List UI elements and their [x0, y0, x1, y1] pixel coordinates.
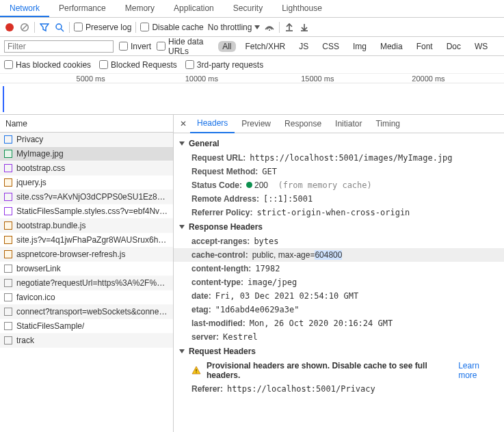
close-detail-icon[interactable]: ✕ [176, 119, 190, 129]
tab-application[interactable]: Application [164, 0, 224, 17]
clear-icon[interactable] [19, 22, 30, 33]
section-response-headers[interactable]: Response Headers [174, 219, 504, 234]
type-font[interactable]: Font [412, 41, 437, 52]
section-general[interactable]: General [174, 136, 504, 151]
tab-security[interactable]: Security [224, 0, 272, 17]
throttling-select[interactable]: No throttling [208, 23, 261, 32]
request-row[interactable]: connect?transport=webSockets&conne… [0, 305, 173, 319]
label-accept-ranges: accept-ranges: [191, 237, 250, 246]
request-row[interactable]: bootstrap.bundle.js [0, 219, 173, 233]
css-file-icon [4, 207, 12, 215]
status-ok-icon [246, 182, 252, 188]
request-row[interactable]: favicon.ico [0, 291, 173, 305]
svg-rect-9 [196, 369, 196, 372]
type-js[interactable]: JS [295, 41, 313, 52]
detail-tab-initiator[interactable]: Initiator [328, 115, 369, 133]
filter-input[interactable] [4, 40, 114, 53]
tab-lighthouse[interactable]: Lighthouse [272, 0, 332, 17]
value-referer: https://localhost:5001/Privacy [227, 384, 375, 394]
export-har-icon[interactable] [299, 22, 310, 33]
label-referrer-policy: Referrer Policy: [191, 208, 252, 217]
other-file-icon [4, 265, 12, 273]
detail-body: General Request URL:https://localhost:50… [174, 133, 504, 432]
svg-line-3 [61, 29, 64, 31]
timeline-tick: 5000 ms [77, 75, 105, 83]
js-file-icon [4, 236, 12, 244]
filter-icon[interactable] [39, 22, 50, 33]
other-file-icon [4, 336, 12, 345]
value-last-modified: Mon, 26 Oct 2020 20:16:24 GMT [250, 319, 393, 328]
type-filter-group: All Fetch/XHR JS CSS Img Media Font Doc … [218, 41, 500, 52]
label-referer: Referer: [191, 384, 223, 394]
request-name: bootstrap.bundle.js [16, 221, 85, 230]
svg-rect-10 [196, 373, 196, 373]
type-media[interactable]: Media [376, 41, 407, 52]
type-css[interactable]: CSS [318, 41, 343, 52]
request-name: MyImage.jpg [16, 149, 64, 159]
learn-more-link[interactable]: Learn more [458, 361, 499, 380]
invert-checkbox[interactable]: Invert [119, 42, 151, 51]
request-row[interactable]: MyImage.jpg [0, 147, 173, 161]
js-file-icon [4, 250, 12, 258]
request-row[interactable]: StaticFilesSample.styles.css?v=ebf4NvV… [0, 204, 173, 219]
tab-network[interactable]: Network [0, 0, 49, 17]
js-file-icon [4, 178, 12, 187]
column-header-name[interactable]: Name [0, 115, 173, 133]
detail-tab-response[interactable]: Response [278, 115, 328, 133]
type-img[interactable]: Img [349, 41, 371, 52]
label-remote-address: Remote Address: [191, 194, 259, 204]
other-file-icon [4, 322, 12, 330]
request-row[interactable]: aspnetcore-browser-refresh.js [0, 247, 173, 262]
blocked-requests-checkbox[interactable]: Blocked Requests [99, 60, 177, 70]
css-file-icon [4, 164, 12, 172]
css-file-icon [4, 193, 12, 201]
request-row[interactable]: StaticFilesSample/ [0, 319, 173, 334]
type-doc[interactable]: Doc [442, 41, 465, 52]
request-row[interactable]: site.css?v=AKvNjO3dCPPS0eSU1Ez8T2… [0, 190, 173, 204]
record-button[interactable] [4, 22, 15, 33]
tab-memory[interactable]: Memory [116, 0, 164, 17]
request-detail-panel: ✕ Headers Preview Response Initiator Tim… [174, 115, 504, 432]
request-row[interactable]: negotiate?requestUrl=https%3A%2F%2… [0, 276, 173, 291]
network-timeline[interactable]: 5000 ms 10000 ms 15000 ms 20000 ms [0, 74, 504, 115]
request-row[interactable]: Privacy [0, 133, 173, 147]
third-party-checkbox[interactable]: 3rd-party requests [185, 60, 263, 70]
value-status-code: 200 (from memory cache) [246, 180, 372, 190]
type-ws[interactable]: WS [470, 41, 492, 52]
disable-cache-checkbox[interactable]: Disable cache [140, 23, 203, 32]
import-har-icon[interactable] [284, 22, 295, 33]
other-file-icon [4, 279, 12, 287]
label-cache-control: cache-control: [191, 250, 248, 260]
detail-tab-preview[interactable]: Preview [235, 115, 278, 133]
request-row[interactable]: site.js?v=4q1jwFhaPaZgr8WAUSrux6hA… [0, 233, 173, 247]
request-row[interactable]: bootstrap.css [0, 161, 173, 176]
request-name: connect?transport=webSockets&conne… [16, 307, 167, 316]
request-name: browserLink [16, 264, 61, 273]
request-row[interactable]: browserLink [0, 262, 173, 276]
request-row[interactable]: jquery.js [0, 176, 173, 190]
value-content-length: 17982 [255, 264, 280, 273]
request-row[interactable]: track [0, 334, 173, 348]
type-fetchxhr[interactable]: Fetch/XHR [241, 41, 290, 52]
section-request-headers[interactable]: Request Headers [174, 344, 504, 359]
svg-line-1 [23, 25, 27, 29]
search-icon[interactable] [54, 22, 65, 33]
tab-performance[interactable]: Performance [49, 0, 116, 17]
type-all[interactable]: All [218, 41, 235, 52]
hide-data-urls-checkbox[interactable]: Hide data URLs [157, 37, 213, 56]
preserve-log-checkbox[interactable]: Preserve log [74, 23, 131, 32]
network-conditions-icon[interactable] [264, 22, 275, 33]
label-status-code: Status Code: [191, 180, 242, 190]
img-file-icon [4, 150, 12, 158]
detail-tab-timing[interactable]: Timing [369, 115, 407, 133]
request-list: PrivacyMyImage.jpgbootstrap.cssjquery.js… [0, 133, 173, 432]
detail-tabs: ✕ Headers Preview Response Initiator Tim… [174, 115, 504, 133]
has-blocked-cookies-checkbox[interactable]: Has blocked cookies [4, 60, 91, 70]
detail-tab-headers[interactable]: Headers [190, 115, 235, 133]
label-last-modified: last-modified: [191, 319, 246, 328]
request-name: site.css?v=AKvNjO3dCPPS0eSU1Ez8T2… [16, 192, 169, 202]
label-etag: etag: [191, 305, 211, 314]
value-etag: "1d6abd4e0629a3e" [215, 305, 300, 314]
type-wasm[interactable]: Wasm [497, 41, 500, 52]
request-name: aspnetcore-browser-refresh.js [16, 249, 125, 259]
